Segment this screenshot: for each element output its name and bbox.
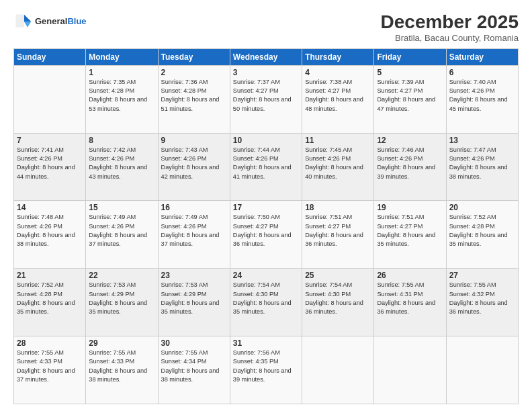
day-of-week-header: Friday — [374, 48, 446, 65]
logo: GeneralBlue — [13, 12, 87, 31]
calendar-day-cell: 9Sunrise: 7:43 AMSunset: 4:26 PMDaylight… — [158, 133, 230, 201]
calendar-day-cell: 2Sunrise: 7:36 AMSunset: 4:28 PMDaylight… — [158, 65, 230, 133]
day-number: 20 — [449, 203, 515, 212]
day-number: 11 — [305, 136, 371, 145]
day-number: 13 — [449, 136, 515, 145]
calendar-week-row: 7Sunrise: 7:41 AMSunset: 4:26 PMDaylight… — [14, 133, 519, 201]
day-number: 12 — [377, 136, 443, 145]
svg-marker-0 — [24, 15, 32, 22]
calendar-day-cell: 17Sunrise: 7:50 AMSunset: 4:27 PMDayligh… — [230, 201, 302, 269]
day-info: Sunrise: 7:51 AMSunset: 4:27 PMDaylight:… — [377, 213, 443, 248]
page: GeneralBlue December 2025 Bratila, Bacau… — [0, 0, 532, 411]
day-of-week-header: Wednesday — [230, 48, 302, 65]
calendar-day-cell: 23Sunrise: 7:53 AMSunset: 4:29 PMDayligh… — [158, 269, 230, 336]
day-number: 5 — [377, 68, 443, 77]
day-number: 27 — [449, 271, 515, 280]
day-of-week-header: Sunday — [14, 48, 86, 65]
calendar-day-cell: 13Sunrise: 7:47 AMSunset: 4:26 PMDayligh… — [446, 133, 518, 201]
day-info: Sunrise: 7:54 AMSunset: 4:30 PMDaylight:… — [233, 281, 299, 316]
day-info: Sunrise: 7:55 AMSunset: 4:32 PMDaylight:… — [449, 281, 515, 316]
logo-icon — [13, 12, 32, 31]
day-info: Sunrise: 7:53 AMSunset: 4:29 PMDaylight:… — [89, 281, 154, 316]
day-info: Sunrise: 7:53 AMSunset: 4:29 PMDaylight:… — [161, 281, 227, 316]
day-info: Sunrise: 7:55 AMSunset: 4:34 PMDaylight:… — [161, 349, 227, 384]
calendar-day-cell: 29Sunrise: 7:55 AMSunset: 4:33 PMDayligh… — [86, 336, 158, 404]
calendar-day-cell: 4Sunrise: 7:38 AMSunset: 4:27 PMDaylight… — [302, 65, 374, 133]
day-number: 1 — [89, 68, 154, 77]
day-info: Sunrise: 7:37 AMSunset: 4:27 PMDaylight:… — [233, 78, 299, 113]
day-info: Sunrise: 7:56 AMSunset: 4:35 PMDaylight:… — [233, 349, 299, 384]
title-block: December 2025 Bratila, Bacau County, Rom… — [381, 12, 519, 43]
day-info: Sunrise: 7:42 AMSunset: 4:26 PMDaylight:… — [89, 146, 154, 181]
day-info: Sunrise: 7:55 AMSunset: 4:33 PMDaylight:… — [17, 349, 83, 384]
day-info: Sunrise: 7:46 AMSunset: 4:26 PMDaylight:… — [377, 146, 443, 181]
calendar-day-cell — [302, 336, 374, 404]
calendar-day-cell: 14Sunrise: 7:48 AMSunset: 4:26 PMDayligh… — [14, 201, 86, 269]
day-number: 31 — [233, 338, 299, 348]
calendar-day-cell: 21Sunrise: 7:52 AMSunset: 4:28 PMDayligh… — [14, 269, 86, 336]
day-info: Sunrise: 7:40 AMSunset: 4:26 PMDaylight:… — [449, 78, 515, 113]
calendar-week-row: 28Sunrise: 7:55 AMSunset: 4:33 PMDayligh… — [14, 336, 519, 404]
calendar-day-cell — [374, 336, 446, 404]
day-number: 21 — [17, 271, 83, 280]
day-info: Sunrise: 7:35 AMSunset: 4:28 PMDaylight:… — [89, 78, 154, 113]
day-number: 25 — [305, 271, 371, 280]
day-info: Sunrise: 7:52 AMSunset: 4:28 PMDaylight:… — [17, 281, 83, 316]
day-number: 7 — [17, 136, 83, 145]
svg-marker-1 — [24, 21, 32, 28]
day-number: 14 — [17, 203, 83, 212]
day-info: Sunrise: 7:36 AMSunset: 4:28 PMDaylight:… — [161, 78, 227, 113]
day-number: 24 — [233, 271, 299, 280]
calendar: SundayMondayTuesdayWednesdayThursdayFrid… — [13, 48, 519, 404]
calendar-day-cell: 28Sunrise: 7:55 AMSunset: 4:33 PMDayligh… — [14, 336, 86, 404]
calendar-day-cell: 6Sunrise: 7:40 AMSunset: 4:26 PMDaylight… — [446, 65, 518, 133]
day-of-week-header: Monday — [86, 48, 158, 65]
day-number: 17 — [233, 203, 299, 212]
calendar-week-row: 21Sunrise: 7:52 AMSunset: 4:28 PMDayligh… — [14, 269, 519, 336]
calendar-day-cell: 27Sunrise: 7:55 AMSunset: 4:32 PMDayligh… — [446, 269, 518, 336]
calendar-day-cell: 12Sunrise: 7:46 AMSunset: 4:26 PMDayligh… — [374, 133, 446, 201]
calendar-day-cell: 31Sunrise: 7:56 AMSunset: 4:35 PMDayligh… — [230, 336, 302, 404]
calendar-day-cell: 18Sunrise: 7:51 AMSunset: 4:27 PMDayligh… — [302, 201, 374, 269]
calendar-week-row: 1Sunrise: 7:35 AMSunset: 4:28 PMDaylight… — [14, 65, 519, 133]
calendar-day-cell: 8Sunrise: 7:42 AMSunset: 4:26 PMDaylight… — [86, 133, 158, 201]
day-info: Sunrise: 7:43 AMSunset: 4:26 PMDaylight:… — [161, 146, 227, 181]
day-info: Sunrise: 7:49 AMSunset: 4:26 PMDaylight:… — [89, 213, 154, 248]
day-number: 23 — [161, 271, 227, 280]
calendar-day-cell: 26Sunrise: 7:55 AMSunset: 4:31 PMDayligh… — [374, 269, 446, 336]
day-info: Sunrise: 7:45 AMSunset: 4:26 PMDaylight:… — [305, 146, 371, 181]
day-number: 29 — [89, 338, 154, 348]
calendar-day-cell: 25Sunrise: 7:54 AMSunset: 4:30 PMDayligh… — [302, 269, 374, 336]
svg-rect-2 — [16, 15, 24, 28]
header: GeneralBlue December 2025 Bratila, Bacau… — [13, 12, 519, 43]
day-of-week-header: Thursday — [302, 48, 374, 65]
day-number: 8 — [89, 136, 154, 145]
day-number: 30 — [161, 338, 227, 348]
calendar-day-cell: 15Sunrise: 7:49 AMSunset: 4:26 PMDayligh… — [86, 201, 158, 269]
location: Bratila, Bacau County, Romania — [381, 33, 519, 43]
day-number: 26 — [377, 271, 443, 280]
calendar-day-cell: 5Sunrise: 7:39 AMSunset: 4:27 PMDaylight… — [374, 65, 446, 133]
calendar-day-cell: 10Sunrise: 7:44 AMSunset: 4:26 PMDayligh… — [230, 133, 302, 201]
calendar-day-cell: 16Sunrise: 7:49 AMSunset: 4:26 PMDayligh… — [158, 201, 230, 269]
calendar-day-cell: 20Sunrise: 7:52 AMSunset: 4:28 PMDayligh… — [446, 201, 518, 269]
day-info: Sunrise: 7:52 AMSunset: 4:28 PMDaylight:… — [449, 213, 515, 248]
day-of-week-header: Tuesday — [158, 48, 230, 65]
day-info: Sunrise: 7:41 AMSunset: 4:26 PMDaylight:… — [17, 146, 83, 181]
day-number: 28 — [17, 338, 83, 348]
day-info: Sunrise: 7:55 AMSunset: 4:31 PMDaylight:… — [377, 281, 443, 316]
calendar-week-row: 14Sunrise: 7:48 AMSunset: 4:26 PMDayligh… — [14, 201, 519, 269]
day-number: 19 — [377, 203, 443, 212]
day-number: 10 — [233, 136, 299, 145]
calendar-day-cell: 7Sunrise: 7:41 AMSunset: 4:26 PMDaylight… — [14, 133, 86, 201]
day-info: Sunrise: 7:50 AMSunset: 4:27 PMDaylight:… — [233, 213, 299, 248]
day-number: 15 — [89, 203, 154, 212]
day-info: Sunrise: 7:44 AMSunset: 4:26 PMDaylight:… — [233, 146, 299, 181]
day-info: Sunrise: 7:48 AMSunset: 4:26 PMDaylight:… — [17, 213, 83, 248]
day-number: 22 — [89, 271, 154, 280]
calendar-day-cell: 3Sunrise: 7:37 AMSunset: 4:27 PMDaylight… — [230, 65, 302, 133]
calendar-day-cell: 30Sunrise: 7:55 AMSunset: 4:34 PMDayligh… — [158, 336, 230, 404]
day-number: 4 — [305, 68, 371, 77]
day-number: 6 — [449, 68, 515, 77]
day-info: Sunrise: 7:47 AMSunset: 4:26 PMDaylight:… — [449, 146, 515, 181]
